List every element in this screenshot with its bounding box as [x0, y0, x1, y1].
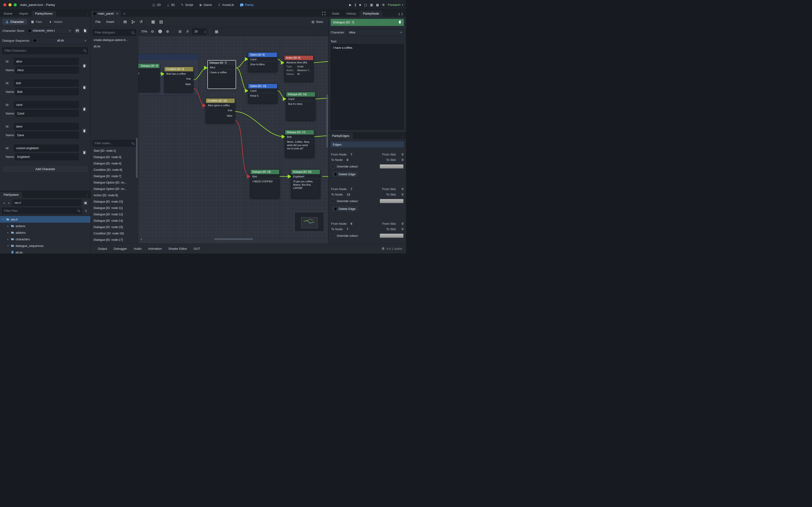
override-colour-checkbox[interactable] — [331, 199, 335, 203]
colour-swatch[interactable] — [380, 164, 403, 168]
filter-nodes-input[interactable] — [93, 140, 136, 147]
tree-item-characters[interactable]: ▸ characters — [0, 236, 91, 242]
pause-button[interactable]: ∥ — [355, 3, 356, 7]
dock-options-icon[interactable]: ⋮ — [84, 11, 91, 17]
tree-item-res[interactable]: ▾ res:// — [0, 216, 91, 223]
node-list-item[interactable]: Dialogue [ID: node:4] — [91, 160, 138, 167]
filter-dialogues-input[interactable] — [93, 29, 136, 36]
character-name-input[interactable] — [15, 110, 79, 117]
zoom-reset-button[interactable]: 1 — [157, 29, 163, 35]
snap-distance-spinner[interactable]: ▴▾ — [192, 29, 207, 35]
node-list-item[interactable]: Action [ID: node:9] — [91, 192, 138, 199]
node-list-item[interactable]: Start [ID: node:1] — [91, 148, 138, 154]
caret-right-icon[interactable]: ▸ — [7, 238, 9, 240]
save-store-button[interactable] — [74, 27, 80, 34]
delete-character-button[interactable] — [81, 84, 88, 91]
tab-scroll-icons[interactable]: ❮❯ — [396, 11, 406, 17]
dialogue-file-item[interactable]: create-dialogue-option-b... — [91, 37, 138, 43]
sort-files-icon[interactable]: ⇅ — [84, 208, 89, 214]
tab-node[interactable]: Node — [328, 11, 343, 17]
tree-item-addons[interactable]: ▸ addons — [0, 229, 91, 236]
tree-item-dialogue-sequences[interactable]: ▾ dialogue_sequences — [0, 242, 91, 249]
node-list-item[interactable]: Condition [ID: node:16] — [91, 230, 138, 236]
tab-scene[interactable]: Scene — [0, 11, 16, 17]
minimap-toggle-icon[interactable]: ▦ — [214, 29, 219, 35]
caret-down-icon[interactable]: ▾ — [2, 218, 5, 221]
undo-icon[interactable]: ↺ — [138, 18, 145, 25]
dock-options-icon[interactable]: ⋮ — [84, 192, 91, 198]
node-list-item[interactable]: Dialogue [ID: node:14] — [91, 218, 138, 224]
zoom-in-button[interactable]: ⊕ — [165, 29, 170, 35]
workspace-3d[interactable]: △3D — [167, 3, 175, 7]
node-list-item[interactable]: Dialogue Option [ID: no... — [91, 179, 138, 186]
add-character-button[interactable]: Add Character — [2, 165, 88, 173]
node-list-scrollbar[interactable] — [136, 138, 138, 178]
spinner-arrows[interactable]: ▴▾ — [205, 30, 206, 33]
docs-button[interactable]: ▤ Docs — [309, 19, 326, 25]
graph-node-dialogue-20[interactable]: Dialogue [ID: 20] Englebert I'll get you… — [291, 169, 320, 198]
path-input[interactable] — [12, 200, 82, 206]
delete-edge-button[interactable]: Delete Edge — [331, 206, 359, 212]
expand-panel-icon[interactable] — [319, 11, 328, 17]
new-tab-button[interactable]: + — [121, 10, 128, 17]
tab-parleynode[interactable]: ParleyNode — [360, 11, 383, 17]
graph-node-condition-6[interactable]: Condition [ID: 6] Bob has a coffee true … — [164, 67, 194, 93]
tree-item-actions[interactable]: ▸ actions — [0, 223, 91, 229]
node-list-item[interactable]: Dialogue [ID: node:15] — [91, 224, 138, 230]
workspace-game[interactable]: ◉Game — [199, 3, 212, 7]
graph-node-dialogue-19[interactable]: Dialogue [ID: 19] Bob I NEED COFFEE! — [250, 169, 279, 198]
tree-item-all-ds[interactable]: all.ds — [0, 249, 91, 253]
bottom-tab-animation[interactable]: Animation — [145, 245, 165, 252]
dock-options-icon[interactable]: ⋮ — [399, 133, 406, 139]
workspace-script[interactable]: ✎Script — [181, 3, 193, 7]
node-list-item[interactable]: Dialogue [ID: node:17] — [91, 236, 138, 243]
graph-horizontal-scrollbar[interactable] — [214, 238, 253, 240]
node-list-item[interactable]: Dialogue Option [ID: no... — [91, 186, 138, 192]
remote-debug-icon[interactable]: ▢ — [364, 3, 367, 7]
dialogue-file-item[interactable]: all.ds — [91, 43, 138, 50]
colour-swatch[interactable] — [380, 199, 403, 203]
store-tab-fact[interactable]: Fact — [28, 19, 45, 25]
insert-menu[interactable]: Insert — [104, 19, 117, 25]
bottom-tab-audio[interactable]: Audio — [130, 245, 145, 252]
graph-node-dialogue-4[interactable]: Dialogue [ID: 4] Great. — [138, 63, 160, 92]
output-slot-true[interactable]: true — [164, 76, 193, 81]
grid-pattern-icon[interactable]: # — [185, 29, 191, 35]
renderer-selector[interactable]: Forward+▾ — [388, 3, 403, 7]
graph-vertical-scrollbar[interactable] — [326, 95, 328, 148]
tab-parleystores[interactable]: ParleyStores — [32, 11, 56, 17]
output-slot-false[interactable]: false — [206, 113, 235, 118]
character-id-input[interactable] — [14, 79, 79, 87]
filter-characters-input[interactable] — [2, 47, 88, 54]
node-list-item[interactable]: Dialogue [ID: node:3] — [91, 154, 138, 160]
store-tab-action[interactable]: Action — [46, 19, 65, 25]
caret-right-icon[interactable]: ▸ — [7, 225, 9, 227]
history-forward-button[interactable]: ▸ — [7, 200, 11, 206]
character-name-input[interactable] — [15, 88, 79, 95]
colour-swatch[interactable] — [380, 234, 403, 238]
collapse-sidebar-icon[interactable]: ‹ — [141, 237, 142, 241]
scene-tab-main-panel[interactable]: main_panel ✕ — [91, 11, 121, 17]
node-list-item[interactable]: Condition [ID: node:6] — [91, 167, 138, 173]
delete-edge-button[interactable]: Delete Edge — [331, 171, 359, 177]
store-tab-character[interactable]: Character — [2, 19, 27, 25]
maximize-window-button[interactable] — [14, 3, 17, 6]
character-id-input[interactable] — [14, 101, 79, 108]
character-id-input[interactable] — [14, 145, 79, 152]
minimize-window-button[interactable] — [8, 3, 11, 6]
character-store-dropdown[interactable]: character_store.t ▾ — [26, 27, 72, 34]
node-list-item[interactable]: Dialogue [ID: node:10] — [91, 199, 138, 205]
output-slot-true[interactable]: true — [206, 107, 235, 113]
bottom-tab-output[interactable]: Output — [95, 245, 110, 252]
tab-history[interactable]: History — [343, 11, 359, 17]
close-window-button[interactable] — [3, 3, 6, 6]
graph-node-dialogue-14[interactable]: Dialogue [ID: 14] Carol But it's mine. — [286, 92, 315, 120]
character-id-input[interactable] — [14, 123, 79, 130]
dialogue-graph-canvas[interactable]: 70% ⊖ 1 ⊕ ⊞ # ▴▾ — [138, 27, 328, 243]
dialogue-text-editor[interactable]: I have a coffee. — [331, 44, 404, 130]
filter-files-input[interactable] — [2, 208, 82, 214]
flow-view-icon[interactable] — [129, 18, 137, 25]
workspace-parley[interactable]: Parley — [240, 3, 254, 7]
character-name-input[interactable] — [15, 153, 79, 160]
dialogue-sequence-dropdown[interactable]: all.ds ▾ — [31, 37, 88, 44]
